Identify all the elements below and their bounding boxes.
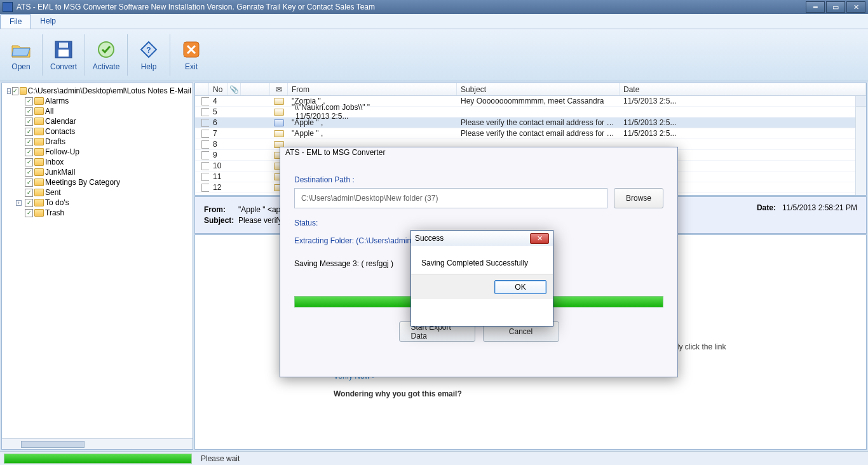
svg-rect-2 xyxy=(58,50,69,57)
help-icon: ? xyxy=(139,39,159,60)
folder-icon xyxy=(34,118,44,125)
folder-tree[interactable]: – ✓ C:\Users\admin\Desktop\eml\Lotus Not… xyxy=(1,83,193,450)
svg-text:?: ? xyxy=(146,46,151,55)
minimize-button[interactable]: ━ xyxy=(806,1,825,13)
grid-header: No 📎 ✉ From Subject Date xyxy=(195,83,866,96)
tree-item[interactable]: ✓Follow-Up xyxy=(3,147,191,157)
row-checkbox[interactable] xyxy=(201,173,209,181)
tree-item[interactable]: ✓Contacts xyxy=(3,126,191,137)
tree-item[interactable]: ✓JunkMail xyxy=(3,167,191,177)
folder-icon xyxy=(34,128,44,135)
msgbox-text: Saving Completed Successfully xyxy=(411,246,553,274)
convert-button[interactable]: Convert xyxy=(45,32,82,78)
row-checkbox[interactable] xyxy=(201,162,209,170)
window-title: ATS - EML to MSG Converter Software New … xyxy=(17,3,806,11)
envelope-icon xyxy=(274,98,284,105)
tree-item[interactable]: +✓To do's xyxy=(3,198,191,208)
msgbox-close-button[interactable]: ✕ xyxy=(530,233,549,244)
table-row[interactable]: 5"\\"Naukri.com Jobs\\" " 11/5/2013 2:5.… xyxy=(195,107,866,118)
floppy-icon xyxy=(53,39,74,60)
folder-icon xyxy=(34,209,44,217)
row-checkbox[interactable] xyxy=(201,130,209,138)
checkbox[interactable]: ✓ xyxy=(25,107,33,116)
row-checkbox[interactable] xyxy=(201,97,209,105)
titlebar: ATS - EML to MSG Converter Software New … xyxy=(0,0,868,14)
folder-icon xyxy=(34,179,44,186)
envelope-icon xyxy=(274,119,284,126)
statusbar: Please wait xyxy=(0,451,868,465)
folder-icon xyxy=(34,97,44,105)
destination-path-input[interactable]: C:\Users\admin\Desktop\New folder (37) xyxy=(294,188,607,208)
table-row[interactable]: 7"Apple " ,Please verify the contact ema… xyxy=(195,128,866,139)
folder-icon xyxy=(20,87,26,95)
row-checkbox[interactable] xyxy=(201,151,209,159)
menu-help[interactable]: Help xyxy=(31,14,65,29)
checkbox[interactable]: ✓ xyxy=(25,148,33,156)
ok-button[interactable]: OK xyxy=(494,280,546,294)
close-button[interactable]: ✕ xyxy=(846,1,865,13)
success-messagebox: Success ✕ Saving Completed Successfully … xyxy=(410,230,553,327)
row-checkbox[interactable] xyxy=(201,108,209,116)
open-button[interactable]: Open xyxy=(3,32,39,78)
collapse-icon[interactable]: – xyxy=(7,88,11,94)
check-circle-icon xyxy=(96,39,116,60)
exit-icon xyxy=(181,39,201,60)
row-checkbox[interactable] xyxy=(201,140,209,149)
tree-item[interactable]: ✓Trash xyxy=(3,208,191,218)
checkbox[interactable]: ✓ xyxy=(25,179,33,187)
ribbon: Open Convert Activate ? Help Exit xyxy=(0,29,868,81)
checkbox[interactable]: ✓ xyxy=(25,168,33,177)
tree-item[interactable]: ✓All xyxy=(3,106,191,116)
exit-button[interactable]: Exit xyxy=(173,32,210,78)
envelope-icon xyxy=(274,130,284,137)
folder-icon xyxy=(34,199,44,206)
checkbox[interactable]: ✓ xyxy=(25,97,33,105)
tree-item[interactable]: ✓Alarms xyxy=(3,96,191,106)
checkbox[interactable]: ✓ xyxy=(25,158,33,166)
table-row[interactable]: 6"Apple " ,Please verify the contact ema… xyxy=(195,118,866,128)
menubar: File Help xyxy=(0,14,868,29)
checkbox[interactable]: ✓ xyxy=(25,209,33,217)
activate-button[interactable]: Activate xyxy=(88,32,125,78)
tree-item[interactable]: ✓Inbox xyxy=(3,157,191,167)
checkbox[interactable]: ✓ xyxy=(25,199,33,207)
tree-item[interactable]: ✓Calendar xyxy=(3,116,191,126)
status-progress xyxy=(4,454,192,464)
vertical-scrollbar[interactable] xyxy=(855,96,866,195)
menu-file[interactable]: File xyxy=(0,14,31,29)
maximize-button[interactable]: ▭ xyxy=(826,1,845,13)
tree-root[interactable]: – ✓ C:\Users\admin\Desktop\eml\Lotus Not… xyxy=(3,86,191,96)
checkbox[interactable]: ✓ xyxy=(25,189,33,197)
checkbox[interactable]: ✓ xyxy=(25,118,33,126)
checkbox[interactable]: ✓ xyxy=(12,87,18,95)
tree-item[interactable]: ✓Drafts xyxy=(3,137,191,147)
tree-item[interactable]: ✓Sent xyxy=(3,187,191,198)
folder-icon xyxy=(34,138,44,145)
folder-icon xyxy=(34,168,44,176)
row-checkbox[interactable] xyxy=(201,184,209,192)
app-icon xyxy=(3,2,13,12)
envelope-column-icon[interactable]: ✉ xyxy=(270,83,288,95)
envelope-icon xyxy=(274,109,284,116)
folder-icon xyxy=(34,189,44,196)
help-button[interactable]: ? Help xyxy=(130,32,167,78)
folder-icon xyxy=(34,148,44,156)
checkbox[interactable]: ✓ xyxy=(25,128,33,136)
folder-open-icon xyxy=(11,39,31,60)
tree-item[interactable]: ✓Meetings By Category xyxy=(3,177,191,187)
folder-icon xyxy=(34,107,44,115)
folder-icon xyxy=(34,158,44,166)
expand-icon[interactable]: + xyxy=(16,200,22,206)
row-checkbox[interactable] xyxy=(201,119,209,127)
attachment-column-icon[interactable]: 📎 xyxy=(228,83,241,95)
browse-button[interactable]: Browse xyxy=(614,188,663,208)
svg-rect-1 xyxy=(59,43,68,48)
horizontal-scrollbar[interactable] xyxy=(2,438,193,449)
dialog-title: ATS - EML to MSG Converter xyxy=(280,147,677,159)
checkbox[interactable]: ✓ xyxy=(25,138,33,146)
msgbox-title: Success xyxy=(415,234,530,243)
